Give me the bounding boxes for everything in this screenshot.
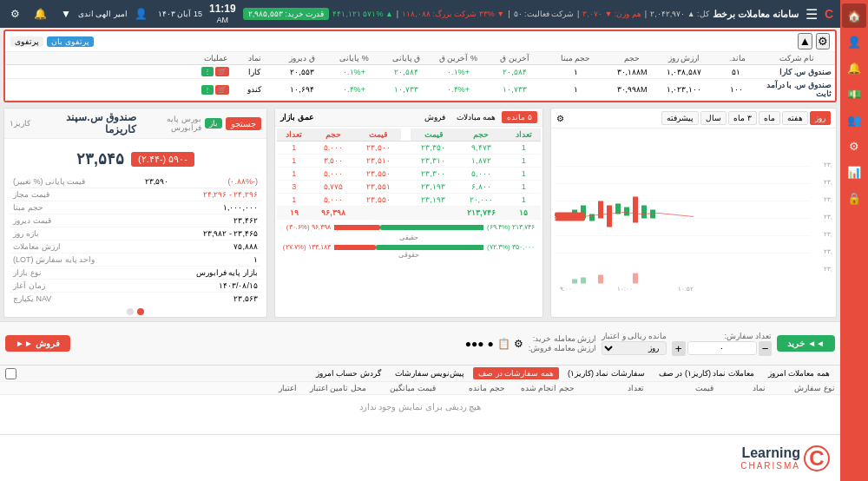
watchlist-row-2[interactable]: صندوق س. با درآمد ثابت ۱۰۰ ۱,۰۲۳,۱۰۰ ۳۰,… <box>5 79 835 101</box>
quantity-increment-btn[interactable]: + <box>672 341 686 356</box>
order-icon-1[interactable]: ⚙ <box>514 338 523 350</box>
buy-order-btn[interactable]: ◄◄ خرید <box>777 335 835 352</box>
remaining-select[interactable]: روز <box>602 341 667 355</box>
stock-search-btn[interactable]: جستجو <box>226 117 261 130</box>
footer-learning-text: Learning <box>740 445 800 461</box>
md-r3-sell-price: ۲۳,۵۵۰ <box>356 168 401 181</box>
row1-action-icons[interactable]: 🛒 ⋮ <box>198 67 233 76</box>
chart-tab-3month[interactable]: ۳ ماه <box>728 111 757 125</box>
col-day-value: ارزش روز <box>658 54 710 63</box>
chevron-down-icon[interactable]: ▼ <box>57 6 75 22</box>
row2-sell-btn[interactable]: ⋮ <box>201 85 214 95</box>
chart-tab-week[interactable]: هفته <box>782 111 808 125</box>
md-row-5[interactable]: 1 ۲۰,۰۰۰ ۲۳,۱۹۳ ۲۳,۵۵۰ ۵,۰۰۰ 1 <box>277 194 541 207</box>
row1-sell-btn[interactable]: ⋮ <box>201 67 214 76</box>
chart-tab-advanced[interactable]: پیشرفته <box>661 111 699 125</box>
orders-select-all-checkbox[interactable] <box>5 368 16 379</box>
md-row-2[interactable]: 1 ۱,۸۷۲ ۲۳,۳۱۰ ۲۳,۵۱۰ ۳,۵۰۰ 1 <box>277 155 541 168</box>
notification-icon[interactable]: 🔔 <box>30 6 50 22</box>
watchlist-row-1[interactable]: صندوق س. کارا ۵۱ ۱,۰۳۸,۵۸۷ ۳۰,۱۸۸M ۱ ۲۰,… <box>5 65 835 79</box>
quantity-decrement-btn[interactable]: − <box>759 341 773 356</box>
quantity-controls: − + <box>672 341 773 356</box>
stock-info-panel: جستجو باز بورس پایه فرابورس صندوق س.سپند… <box>3 108 267 318</box>
chart-tab-year[interactable]: سال <box>700 111 727 125</box>
sell-order-btn[interactable]: فروش ►► <box>5 335 70 352</box>
portfolio-tab-1[interactable]: پرتفوی بان <box>47 36 94 47</box>
sidebar-notification-btn[interactable]: 🔔 <box>842 56 866 80</box>
svg-rect-21 <box>641 206 647 219</box>
orders-tab-6[interactable]: گردش حساب امروز <box>311 367 386 379</box>
menu-button[interactable]: ☰ <box>806 6 818 23</box>
md-real-label: حقیقی <box>279 234 539 241</box>
md-legal-sell-val: ۱۳۳,۱۸۳ (۲۷.۷%) <box>279 243 331 251</box>
md-sell-count-header: تعداد <box>277 128 311 142</box>
md-legal-bar: ۳۵۰,۰۰۰ (۷۲.۳%) ۱۳۳,۱۸۳ (۲۷.۷%) <box>279 243 539 251</box>
col-yesterday: ق دیروز <box>276 54 328 63</box>
chart-tab-month[interactable]: ماه <box>759 111 780 125</box>
chart-svg: ۲۳,۸۰۰ ۲۳,۷۰۰ ۲۳,۶۰۰ ۲۳,۵۰۰ ۲۳,۴۰۰ ۲۳,۳۰… <box>555 132 832 313</box>
chart-body: ۲۳,۸۰۰ ۲۳,۷۰۰ ۲۳,۶۰۰ ۲۳,۵۰۰ ۲۳,۴۰۰ ۲۳,۳۰… <box>551 128 836 317</box>
orders-tab-3[interactable]: سفارشات نماد (کاریز۱) <box>562 367 650 379</box>
md-tab-all[interactable]: همه مبادلات <box>451 111 502 123</box>
dot-inactive[interactable] <box>127 308 134 315</box>
dot-active[interactable] <box>137 308 144 315</box>
info-rows: ۲۴,۲۹۶ - ۲۴,۲۹۶ قیمت مجاز ۱,۰۰۰,۰۰۰ حجم … <box>10 188 261 305</box>
row1-buy-btn[interactable]: 🛒 <box>215 67 229 76</box>
trade-value-label: ارزش معامله خرید: <box>529 334 597 343</box>
order-icon-3[interactable]: ● <box>488 338 494 350</box>
row2-buy-btn[interactable]: 🛒 <box>215 85 229 95</box>
chart-tab-day[interactable]: روز <box>810 111 831 125</box>
row1-day-value: ۱,۰۳۸,۵۸۷ <box>658 68 710 76</box>
md-tab-5[interactable]: ۵ مانده <box>502 111 537 123</box>
md-total-buy-count: ۱۵ <box>507 207 541 220</box>
md-total-sep1 <box>411 207 456 220</box>
stock-symbol: کاریز۱ <box>10 119 30 128</box>
portfolio-tab-2[interactable]: پرتفوی <box>10 36 43 47</box>
sidebar-home-btn[interactable]: 🏠 <box>842 3 866 28</box>
orders-tab-2[interactable]: معاملات نماد (کاریز۱) در صف <box>654 367 760 379</box>
ampm-display: AM <box>209 16 236 25</box>
info-row-6: ۱ واحد پایه سفارش (LOT) <box>10 254 261 267</box>
chart-settings-btn[interactable]: ⚙ <box>556 114 564 123</box>
col-avg-price: قیمت میانگین <box>366 384 436 392</box>
row2-last-pct: +۰.۴% <box>432 85 484 94</box>
md-r3-sell-vol: ۵,۰۰۰ <box>311 168 356 181</box>
watchlist-expand-btn[interactable]: ▲ <box>798 33 812 49</box>
sidebar-user-btn[interactable]: 👤 <box>842 30 866 54</box>
sidebar-finance-btn[interactable]: 💵 <box>842 82 866 106</box>
col-remain-vol: حجم مانده <box>436 384 505 392</box>
md-real-buy-val: ۲۱۳,۷۴۶ (۶۹.۴%) <box>487 223 539 231</box>
order-bar: ◄◄ خرید تعداد سفارش: − + مانده ریالی و ا… <box>0 321 840 365</box>
info-row-5: ۷۵,۸۸۸ ارزش معاملات <box>10 240 261 254</box>
sidebar-chart-btn[interactable]: 📊 <box>842 160 866 184</box>
md-r5-buy-count: 1 <box>507 194 541 207</box>
order-icon-4[interactable]: ●●● <box>465 338 484 350</box>
stat-4: ▼ ۳۳% شرکت بزرگ: ۱۱۸,۰۸۸ <box>402 10 504 18</box>
row2-action-icons[interactable]: 🛒 ⋮ <box>198 85 233 95</box>
watchlist-filter-btn[interactable]: ⚙ <box>816 33 830 49</box>
orders-panel: همه معاملات امروز معاملات نماد (کاریز۱) … <box>0 365 840 434</box>
md-legal-label: حقوقی <box>279 251 539 259</box>
orders-tab-1[interactable]: همه معاملات امروز <box>763 367 835 379</box>
md-row-3[interactable]: 1 ۵,۰۰۰ ۲۳,۳۰۰ ۲۳,۵۵۰ ۵,۰۰۰ 1 <box>277 168 541 181</box>
user-menu-btn[interactable]: 👤 <box>131 6 151 22</box>
sidebar-lock-btn[interactable]: 🔒 <box>842 186 866 210</box>
orders-tab-4[interactable]: همه سفارشات در صف <box>473 367 559 379</box>
md-row-4[interactable]: 1 ۶,۸۰۰ ۲۳,۱۹۳ ۲۳,۵۵۱ ۵,۷۷۵ 3 <box>277 181 541 194</box>
sidebar-settings-btn[interactable]: ⚙ <box>842 134 866 158</box>
orders-tab-5[interactable]: پیش‌نویس سفارشات <box>390 367 470 379</box>
footer-charisma-text: CHARISMA <box>740 461 800 471</box>
sidebar-portfolio-btn[interactable]: 👥 <box>842 108 866 132</box>
info-row-2: ۱,۰۰۰,۰۰۰ حجم مبنا <box>10 201 261 214</box>
md-row-1[interactable]: 1 ۹,۴۷۳ ۲۳,۳۵۰ ۲۳,۵۰۰ ۵,۰۰۰ 1 <box>277 142 541 155</box>
md-real-buy-bar <box>380 225 483 230</box>
ir1-value: ۲۴,۲۹۶ - ۲۴,۲۹۶ <box>203 190 258 199</box>
md-r3-sep <box>401 168 411 181</box>
stock-status-badge: باز <box>205 118 222 128</box>
settings-icon[interactable]: ⚙ <box>7 6 23 22</box>
md-r2-buy-vol: ۱,۸۷۲ <box>456 155 507 168</box>
md-tab-sell[interactable]: فروش <box>419 111 450 123</box>
col-final-pct: % پایانی <box>328 54 380 63</box>
order-icon-2[interactable]: 📋 <box>497 338 510 350</box>
quantity-input[interactable] <box>687 341 757 355</box>
